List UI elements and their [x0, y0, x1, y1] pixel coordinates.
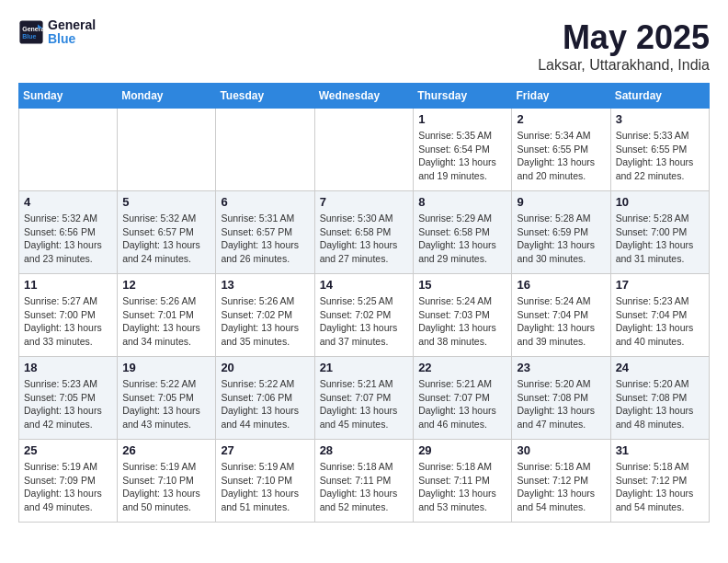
day-number: 25 — [24, 443, 112, 457]
calendar-cell: 7Sunrise: 5:30 AM Sunset: 6:58 PM Daylig… — [314, 191, 414, 274]
calendar-cell: 6Sunrise: 5:31 AM Sunset: 6:57 PM Daylig… — [216, 191, 314, 274]
day-number: 24 — [616, 361, 704, 374]
calendar-cell: 30Sunrise: 5:18 AM Sunset: 7:12 PM Dayli… — [512, 440, 610, 523]
day-info: Sunrise: 5:19 AM Sunset: 7:10 PM Dayligh… — [221, 460, 309, 514]
day-number: 28 — [320, 443, 409, 457]
day-number: 22 — [418, 361, 506, 374]
title-area: May 2025 Laksar, Uttarakhand, India — [538, 18, 710, 74]
calendar-cell: 13Sunrise: 5:26 AM Sunset: 7:02 PM Dayli… — [216, 274, 314, 357]
week-row-3: 11Sunrise: 5:27 AM Sunset: 7:00 PM Dayli… — [19, 274, 710, 357]
calendar-cell: 2Sunrise: 5:34 AM Sunset: 6:55 PM Daylig… — [512, 109, 610, 191]
location-title: Laksar, Uttarakhand, India — [538, 57, 710, 74]
calendar-cell: 21Sunrise: 5:21 AM Sunset: 7:07 PM Dayli… — [314, 357, 414, 440]
svg-rect-0 — [19, 21, 42, 44]
day-number: 3 — [616, 112, 704, 126]
calendar-cell — [19, 109, 118, 191]
day-number: 21 — [320, 361, 409, 374]
day-number: 2 — [517, 112, 605, 126]
day-info: Sunrise: 5:32 AM Sunset: 6:57 PM Dayligh… — [122, 212, 210, 266]
calendar-cell: 28Sunrise: 5:18 AM Sunset: 7:11 PM Dayli… — [314, 440, 414, 523]
day-number: 9 — [517, 195, 605, 209]
day-info: Sunrise: 5:19 AM Sunset: 7:09 PM Dayligh… — [24, 460, 112, 514]
header: General Blue General Blue May 2025 Laksa… — [18, 18, 710, 74]
day-number: 29 — [418, 443, 506, 457]
day-info: Sunrise: 5:21 AM Sunset: 7:07 PM Dayligh… — [418, 377, 506, 431]
day-info: Sunrise: 5:23 AM Sunset: 7:04 PM Dayligh… — [616, 294, 704, 349]
calendar-cell: 18Sunrise: 5:23 AM Sunset: 7:05 PM Dayli… — [19, 357, 118, 440]
day-info: Sunrise: 5:26 AM Sunset: 7:02 PM Dayligh… — [221, 294, 309, 349]
calendar-cell — [314, 109, 414, 191]
logo-blue: Blue — [48, 31, 75, 46]
day-number: 17 — [616, 278, 704, 292]
day-number: 7 — [320, 195, 409, 209]
weekday-header-friday: Friday — [512, 84, 610, 109]
calendar-cell: 8Sunrise: 5:29 AM Sunset: 6:58 PM Daylig… — [414, 191, 512, 274]
day-number: 14 — [320, 278, 409, 292]
day-number: 18 — [24, 361, 112, 374]
day-info: Sunrise: 5:22 AM Sunset: 7:05 PM Dayligh… — [122, 377, 210, 431]
calendar-cell: 24Sunrise: 5:20 AM Sunset: 7:08 PM Dayli… — [610, 357, 709, 440]
day-info: Sunrise: 5:18 AM Sunset: 7:11 PM Dayligh… — [418, 460, 506, 514]
calendar-cell: 10Sunrise: 5:28 AM Sunset: 7:00 PM Dayli… — [610, 191, 709, 274]
weekday-header-tuesday: Tuesday — [216, 84, 314, 109]
calendar-cell — [118, 109, 216, 191]
day-info: Sunrise: 5:32 AM Sunset: 6:56 PM Dayligh… — [24, 212, 112, 266]
day-info: Sunrise: 5:34 AM Sunset: 6:55 PM Dayligh… — [517, 129, 605, 183]
day-number: 16 — [517, 278, 605, 292]
day-info: Sunrise: 5:31 AM Sunset: 6:57 PM Dayligh… — [221, 212, 309, 266]
weekday-header-saturday: Saturday — [610, 84, 709, 109]
day-info: Sunrise: 5:35 AM Sunset: 6:54 PM Dayligh… — [418, 129, 506, 183]
day-info: Sunrise: 5:21 AM Sunset: 7:07 PM Dayligh… — [320, 377, 409, 431]
day-number: 5 — [122, 195, 210, 209]
logo-icon: General Blue — [18, 19, 44, 45]
day-info: Sunrise: 5:29 AM Sunset: 6:58 PM Dayligh… — [418, 212, 506, 266]
weekday-header-wednesday: Wednesday — [314, 84, 414, 109]
calendar-cell: 27Sunrise: 5:19 AM Sunset: 7:10 PM Dayli… — [216, 440, 314, 523]
svg-text:General: General — [22, 26, 44, 32]
calendar-cell: 11Sunrise: 5:27 AM Sunset: 7:00 PM Dayli… — [19, 274, 118, 357]
logo-general: General — [48, 17, 96, 32]
calendar-cell: 20Sunrise: 5:22 AM Sunset: 7:06 PM Dayli… — [216, 357, 314, 440]
day-number: 27 — [221, 443, 309, 457]
calendar-cell: 23Sunrise: 5:20 AM Sunset: 7:08 PM Dayli… — [512, 357, 610, 440]
day-info: Sunrise: 5:20 AM Sunset: 7:08 PM Dayligh… — [616, 377, 704, 431]
day-number: 1 — [418, 112, 506, 126]
day-info: Sunrise: 5:28 AM Sunset: 7:00 PM Dayligh… — [616, 212, 704, 266]
day-number: 26 — [122, 443, 210, 457]
day-number: 11 — [24, 278, 112, 292]
day-number: 15 — [418, 278, 506, 292]
calendar-cell: 19Sunrise: 5:22 AM Sunset: 7:05 PM Dayli… — [118, 357, 216, 440]
day-number: 20 — [221, 361, 309, 374]
day-info: Sunrise: 5:18 AM Sunset: 7:12 PM Dayligh… — [517, 460, 605, 514]
day-number: 8 — [418, 195, 506, 209]
calendar-table: SundayMondayTuesdayWednesdayThursdayFrid… — [18, 83, 710, 523]
week-row-2: 4Sunrise: 5:32 AM Sunset: 6:56 PM Daylig… — [19, 191, 710, 274]
day-number: 10 — [616, 195, 704, 209]
day-info: Sunrise: 5:24 AM Sunset: 7:03 PM Dayligh… — [418, 294, 506, 349]
calendar-cell: 31Sunrise: 5:18 AM Sunset: 7:12 PM Dayli… — [610, 440, 709, 523]
day-info: Sunrise: 5:24 AM Sunset: 7:04 PM Dayligh… — [517, 294, 605, 349]
calendar-cell: 12Sunrise: 5:26 AM Sunset: 7:01 PM Dayli… — [118, 274, 216, 357]
weekday-header-sunday: Sunday — [19, 84, 118, 109]
calendar-cell: 22Sunrise: 5:21 AM Sunset: 7:07 PM Dayli… — [414, 357, 512, 440]
svg-text:Blue: Blue — [22, 33, 36, 40]
calendar-cell: 9Sunrise: 5:28 AM Sunset: 6:59 PM Daylig… — [512, 191, 610, 274]
day-info: Sunrise: 5:30 AM Sunset: 6:58 PM Dayligh… — [320, 212, 409, 266]
week-row-4: 18Sunrise: 5:23 AM Sunset: 7:05 PM Dayli… — [19, 357, 710, 440]
calendar-cell: 16Sunrise: 5:24 AM Sunset: 7:04 PM Dayli… — [512, 274, 610, 357]
day-number: 23 — [517, 361, 605, 374]
day-info: Sunrise: 5:20 AM Sunset: 7:08 PM Dayligh… — [517, 377, 605, 431]
calendar-cell: 25Sunrise: 5:19 AM Sunset: 7:09 PM Dayli… — [19, 440, 118, 523]
day-info: Sunrise: 5:18 AM Sunset: 7:11 PM Dayligh… — [320, 460, 409, 514]
day-number: 6 — [221, 195, 309, 209]
day-info: Sunrise: 5:23 AM Sunset: 7:05 PM Dayligh… — [24, 377, 112, 431]
day-info: Sunrise: 5:18 AM Sunset: 7:12 PM Dayligh… — [616, 460, 704, 514]
day-info: Sunrise: 5:19 AM Sunset: 7:10 PM Dayligh… — [122, 460, 210, 514]
calendar-cell: 14Sunrise: 5:25 AM Sunset: 7:02 PM Dayli… — [314, 274, 414, 357]
day-number: 30 — [517, 443, 605, 457]
day-number: 12 — [122, 278, 210, 292]
day-info: Sunrise: 5:26 AM Sunset: 7:01 PM Dayligh… — [122, 294, 210, 349]
weekday-header-thursday: Thursday — [414, 84, 512, 109]
day-info: Sunrise: 5:25 AM Sunset: 7:02 PM Dayligh… — [320, 294, 409, 349]
calendar-cell: 1Sunrise: 5:35 AM Sunset: 6:54 PM Daylig… — [414, 109, 512, 191]
